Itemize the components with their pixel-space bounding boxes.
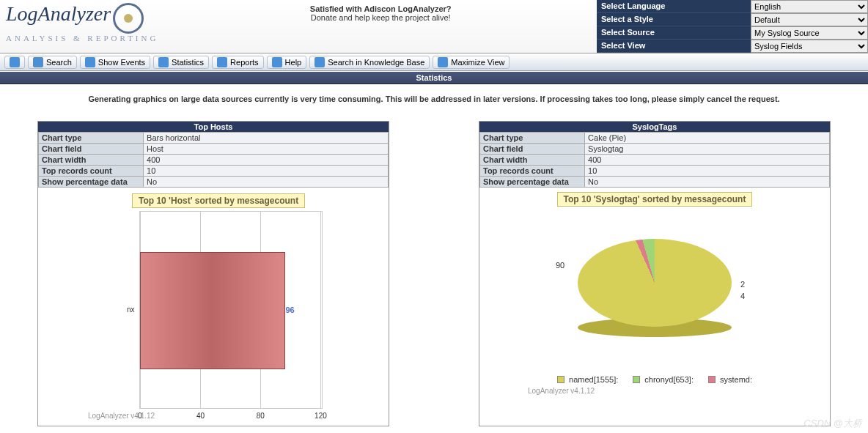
kb-label: Search in Knowledge Base — [328, 58, 424, 67]
legend-item: named[1555]: — [557, 375, 618, 384]
slice-label: 2 — [740, 280, 745, 289]
syslogtags-panel: SyslogTags Chart typeCake (Pie) Chart fi… — [479, 121, 831, 426]
pie-legend: named[1555]: chronyd[653]: systemd: — [484, 375, 825, 384]
hosts-chart-title: Top 10 'Host' sorted by messagecount — [132, 193, 305, 208]
table-row: Chart typeCake (Pie) — [480, 133, 830, 144]
select-view[interactable]: Syslog Fields — [751, 40, 868, 53]
pie-3d — [578, 239, 732, 327]
x-tick: 40 — [196, 412, 205, 420]
help-label: Help — [285, 58, 302, 67]
donate-prompt[interactable]: Satisfied with Adiscon LogAnalyzer? Dona… — [164, 0, 597, 26]
panels-container: Top Hosts Chart typeBars horizontal Char… — [0, 114, 868, 433]
world-icon — [315, 57, 325, 67]
watermark: CSDN @大桥 — [803, 417, 862, 430]
help-icon — [272, 57, 282, 67]
top-hosts-panel: Top Hosts Chart typeBars horizontal Char… — [37, 121, 389, 426]
select-language[interactable]: English — [751, 0, 868, 13]
slice-label: 90 — [556, 261, 564, 270]
statistics-button[interactable]: Statistics — [153, 56, 209, 69]
maximize-icon — [438, 57, 448, 67]
bar-nx — [140, 252, 285, 369]
table-row: Show percentage dataNo — [480, 177, 830, 188]
legend-swatch — [708, 376, 716, 383]
search-icon — [33, 57, 43, 67]
x-tick: 80 — [257, 412, 265, 420]
label-language: Select Language — [597, 0, 751, 13]
select-source[interactable]: My Syslog Source — [751, 26, 868, 40]
table-row: Chart width400 — [39, 155, 389, 166]
tags-chart: Top 10 'Syslogtag' sorted by messagecoun… — [479, 188, 830, 399]
statistics-label: Statistics — [172, 58, 204, 67]
table-row: Chart typeBars horizontal — [39, 133, 389, 144]
home-icon — [10, 57, 20, 67]
search-label: Search — [46, 58, 72, 67]
table-row: Chart fieldHost — [39, 144, 389, 155]
legend-swatch — [557, 376, 564, 383]
reports-icon — [217, 57, 227, 67]
pie-chart: 90 2 4 — [578, 239, 732, 341]
search-button[interactable]: Search — [28, 56, 77, 69]
reports-button[interactable]: Reports — [212, 56, 264, 69]
page-title: Statistics — [0, 71, 868, 84]
menu-bar: Search Show Events Statistics Reports He… — [0, 53, 868, 71]
chart-credit: LogAnalyzer v4.1.12 — [88, 412, 383, 420]
table-row: Chart fieldSyslogtag — [480, 144, 830, 155]
label-source: Select Source — [597, 26, 751, 40]
hosts-detail-table: Chart typeBars horizontal Chart fieldHos… — [38, 132, 389, 188]
table-row: Show percentage dataNo — [39, 177, 389, 188]
syslogtags-title: SyslogTags — [479, 122, 830, 132]
label-style: Select a Style — [597, 13, 751, 26]
legend-item: systemd: — [708, 375, 752, 384]
y-tick: nx — [127, 306, 135, 314]
chart-credit: LogAnalyzer v4.1.12 — [528, 387, 825, 395]
legend-swatch — [633, 376, 640, 383]
bar-value: 96 — [285, 306, 294, 314]
reports-label: Reports — [230, 58, 259, 67]
donate-sub: Donate and help keep the project alive! — [311, 13, 451, 22]
show-events-button[interactable]: Show Events — [80, 56, 150, 69]
processing-notice: Generating graphics on large data source… — [0, 84, 868, 114]
tags-detail-table: Chart typeCake (Pie) Chart fieldSyslogta… — [479, 132, 830, 188]
maximize-label: Maximize View — [451, 58, 504, 67]
slice-label: 4 — [740, 292, 745, 300]
stats-icon — [158, 57, 169, 67]
target-icon — [113, 3, 144, 34]
legend-item: chronyd[653]: — [633, 375, 694, 384]
table-row: Chart width400 — [480, 155, 830, 166]
tags-chart-title: Top 10 'Syslogtag' sorted by messagecoun… — [557, 192, 753, 207]
table-row: Top records count10 — [480, 166, 830, 177]
x-tick: 120 — [315, 412, 327, 420]
bar-plot: 96 nx 0 40 80 120 — [139, 211, 323, 409]
show-events-label: Show Events — [98, 58, 145, 67]
top-controls: Select LanguageEnglish Select a StyleDef… — [597, 0, 868, 53]
logo-text: LogAnalyzer — [6, 4, 111, 24]
events-icon — [85, 57, 95, 67]
logo-area: LogAnalyzer ANALYSIS & REPORTING — [0, 0, 164, 45]
top-hosts-title: Top Hosts — [38, 122, 389, 132]
x-tick: 0 — [138, 412, 142, 420]
app-header: LogAnalyzer ANALYSIS & REPORTING Satisfi… — [0, 0, 868, 53]
table-row: Top records count10 — [39, 166, 389, 177]
home-button[interactable] — [4, 56, 25, 69]
logo-subtitle: ANALYSIS & REPORTING — [6, 34, 158, 42]
hosts-chart: Top 10 'Host' sorted by messagecount 96 … — [38, 188, 389, 426]
help-button[interactable]: Help — [267, 56, 307, 69]
label-view: Select View — [597, 40, 751, 53]
kb-button[interactable]: Search in Knowledge Base — [309, 56, 430, 69]
maximize-button[interactable]: Maximize View — [433, 56, 510, 69]
donate-title: Satisfied with Adiscon LogAnalyzer? — [169, 4, 592, 13]
select-style[interactable]: Default — [751, 13, 868, 26]
